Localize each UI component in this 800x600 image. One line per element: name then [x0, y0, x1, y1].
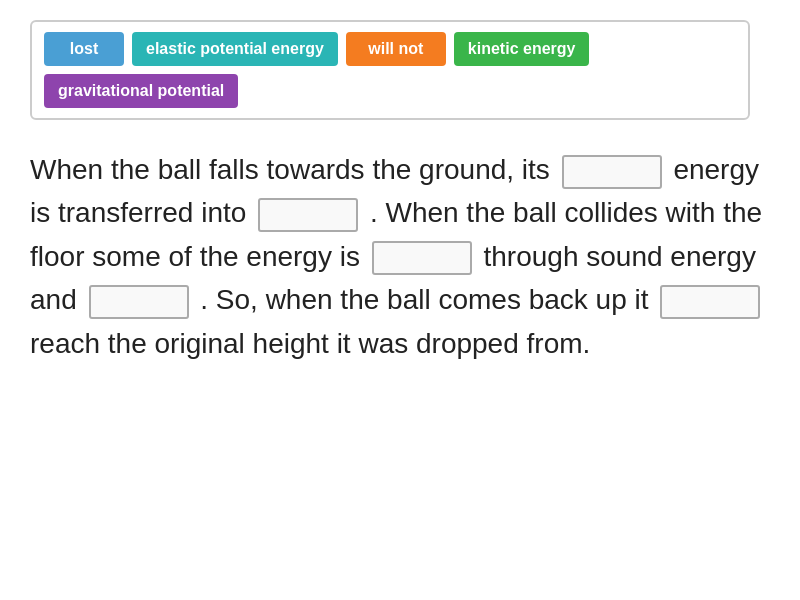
tile-kinetic-energy[interactable]: kinetic energy: [454, 32, 590, 66]
passage-text: When the ball falls towards the ground, …: [30, 148, 770, 365]
tile-will-not[interactable]: will not: [346, 32, 446, 66]
passage-segment-6: reach the original height it was dropped…: [30, 328, 590, 359]
blank-2[interactable]: [258, 198, 358, 232]
tile-gravitational-potential[interactable]: gravitational potential: [44, 74, 238, 108]
main-container: lost elastic potential energy will not k…: [0, 0, 800, 385]
word-bank: lost elastic potential energy will not k…: [30, 20, 750, 120]
passage-segment-5: . So, when the ball comes back up it: [200, 284, 648, 315]
tile-elastic-potential-energy[interactable]: elastic potential energy: [132, 32, 338, 66]
blank-4[interactable]: [89, 285, 189, 319]
blank-1[interactable]: [562, 155, 662, 189]
blank-5[interactable]: [660, 285, 760, 319]
blank-3[interactable]: [372, 241, 472, 275]
tile-lost[interactable]: lost: [44, 32, 124, 66]
passage-segment-1: When the ball falls towards the ground, …: [30, 154, 550, 185]
